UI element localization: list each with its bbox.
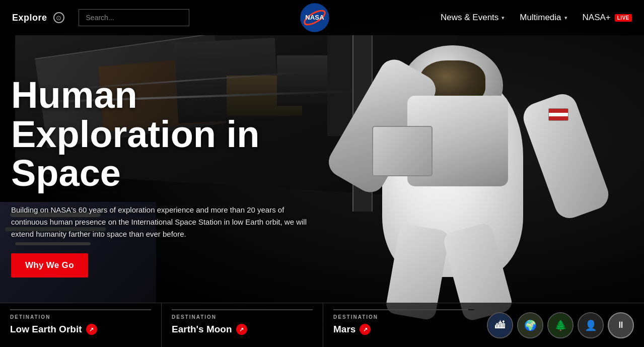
destinations-bar: DETINATION Low Earth Orbit ↗ DESTINATION…	[0, 303, 468, 347]
destination-low-earth-orbit[interactable]: DETINATION Low Earth Orbit ↗	[0, 303, 162, 347]
nasa-plus-link[interactable]: NASA+ LIVE	[583, 13, 632, 23]
dest-label-1: DETINATION	[10, 314, 151, 320]
dest-arrow-1: ↗	[86, 324, 97, 335]
pause-button[interactable]: ⏸	[608, 312, 634, 338]
hero-description: Building on NASA's 60 years of explorati…	[11, 204, 308, 240]
astronaut	[322, 35, 614, 332]
search-input[interactable]	[79, 9, 189, 26]
news-events-link[interactable]: News & Events ▾	[441, 13, 505, 23]
nav-center: NASA	[189, 3, 441, 33]
explore-label: Explore	[12, 13, 47, 23]
news-events-chevron: ▾	[502, 15, 505, 21]
video-thumb-2[interactable]: 🌍	[517, 312, 543, 338]
hero-content: Human Exploration in Space Building on N…	[11, 76, 333, 277]
dest-name-3: Mars ↗	[333, 324, 474, 335]
nasa-logo[interactable]: NASA	[300, 3, 330, 33]
multimedia-chevron: ▾	[564, 15, 567, 21]
nav-right: News & Events ▾ Multimedia ▾ NASA+ LIVE	[441, 13, 632, 23]
dest-arrow-2: ↗	[236, 324, 247, 335]
navbar: Explore ⊙ NASA News & Events ▾ Multimedi…	[0, 0, 644, 35]
dest-arrow-3: ↗	[360, 324, 371, 335]
dest-line-3	[333, 309, 474, 310]
pause-icon: ⏸	[616, 320, 625, 330]
dest-label-2: DESTINATION	[172, 314, 313, 320]
video-controls: 🏙 🌍 🌲 👤 ⏸	[468, 303, 644, 347]
svg-text:NASA: NASA	[306, 14, 325, 21]
explore-icon[interactable]: ⊙	[53, 12, 64, 23]
video-thumb-3[interactable]: 🌲	[547, 312, 574, 338]
nav-left: Explore ⊙	[12, 9, 189, 26]
multimedia-link[interactable]: Multimedia ▾	[520, 13, 567, 23]
dest-label-3: DESTINATION	[333, 314, 474, 320]
dest-line-1	[10, 309, 151, 310]
video-thumb-1[interactable]: 🏙	[487, 312, 513, 338]
dest-name-1: Low Earth Orbit ↗	[10, 324, 151, 335]
why-we-go-button[interactable]: Why We Go	[11, 253, 88, 277]
dest-line-2	[172, 309, 313, 310]
dest-name-2: Earth's Moon ↗	[172, 324, 313, 335]
video-thumb-4[interactable]: 👤	[578, 312, 604, 338]
destination-earths-moon[interactable]: DESTINATION Earth's Moon ↗	[162, 303, 323, 347]
live-badge: LIVE	[615, 14, 632, 22]
destination-mars[interactable]: DESTINATION Mars ↗	[323, 303, 484, 347]
hero-title: Human Exploration in Space	[11, 76, 333, 193]
